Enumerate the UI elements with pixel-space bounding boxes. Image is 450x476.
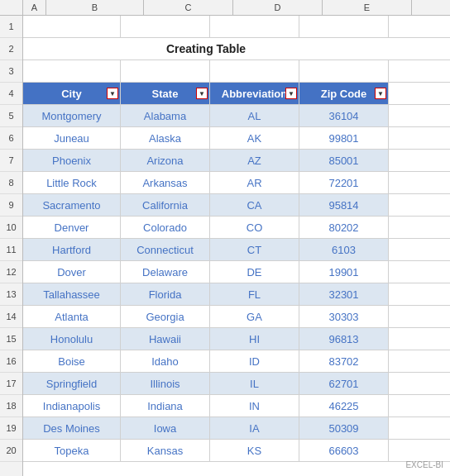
row-num-3: 3	[0, 60, 22, 83]
table-header-row: City ▼ State ▼ Abbreviation ▼ Zip Code ▼	[23, 83, 450, 105]
spreadsheet: A B C D E 1 2 3 4 5 6 7 8 9 10 11 12 13 …	[0, 0, 450, 476]
cell-zip: 95814	[299, 194, 389, 216]
row-num-12: 12	[0, 261, 22, 283]
cell-d1	[299, 16, 389, 37]
cell-zip: 72201	[299, 172, 389, 193]
cell-zip: 85001	[299, 150, 389, 171]
row-num-8: 8	[0, 172, 22, 194]
zip-dropdown-btn[interactable]: ▼	[375, 88, 386, 99]
cell-state: Kansas	[121, 440, 210, 461]
row-num-17: 17	[0, 373, 22, 395]
cell-a1	[23, 16, 121, 37]
cell-abbr: CT	[210, 239, 299, 260]
table-row: Montgomery Alabama AL 36104	[23, 105, 450, 127]
row-num-6: 6	[0, 127, 22, 150]
cell-city: Montgomery	[23, 105, 121, 126]
cell-zip: 96813	[299, 328, 389, 350]
row-num-2: 2	[0, 38, 22, 60]
state-dropdown-btn[interactable]: ▼	[196, 88, 208, 99]
cell-zip: 32301	[299, 283, 389, 305]
cell-c1	[210, 16, 299, 37]
cell-abbr: CA	[210, 194, 299, 216]
cell-state: Arizona	[121, 150, 210, 171]
cell-city: Sacramento	[23, 194, 121, 216]
table-row: Dover Delaware DE 19901	[23, 261, 450, 283]
cell-state: Indiana	[121, 395, 210, 416]
cell-zip: 83702	[299, 350, 389, 372]
cell-state: Iowa	[121, 417, 210, 439]
row-num-19: 19	[0, 417, 22, 440]
col-header-b: B	[46, 0, 144, 15]
row-num-20: 20	[0, 440, 22, 462]
cell-zip: 6103	[299, 239, 389, 260]
cell-a3	[23, 60, 121, 82]
cell-abbr: HI	[210, 328, 299, 350]
cell-city: Springfield	[23, 373, 121, 394]
cell-city: Atlanta	[23, 306, 121, 327]
table-row: Atlanta Georgia GA 30303	[23, 306, 450, 328]
cell-abbr: CO	[210, 217, 299, 238]
spreadsheet-content: Creating Table City ▼ State ▼	[23, 16, 450, 476]
cell-c3	[210, 60, 299, 82]
table-row: Springfield Illinois IL 62701	[23, 373, 450, 395]
table-row: Sacramento California CA 95814	[23, 194, 450, 217]
cell-zip: 36104	[299, 105, 389, 126]
col-header-a: A	[23, 0, 46, 15]
header-city-label: City	[61, 88, 82, 100]
city-dropdown-btn[interactable]: ▼	[107, 88, 118, 99]
header-city: City ▼	[23, 83, 121, 104]
cell-city: Dover	[23, 261, 121, 283]
row-numbers: 1 2 3 4 5 6 7 8 9 10 11 12 13 14 15 16 1…	[0, 16, 23, 476]
cell-zip: 30303	[299, 306, 389, 327]
data-rows-container: Montgomery Alabama AL 36104 Juneau Alask…	[23, 105, 450, 462]
header-abbreviation: Abbreviation ▼	[210, 83, 299, 104]
cell-zip: 19901	[299, 261, 389, 283]
cell-state: Connecticut	[121, 239, 210, 260]
row-3	[23, 60, 450, 83]
row-num-10: 10	[0, 217, 22, 239]
corner-cell	[0, 0, 23, 15]
row-num-5: 5	[0, 105, 22, 127]
cell-zip: 46225	[299, 395, 389, 416]
cell-city: Denver	[23, 217, 121, 238]
row-num-14: 14	[0, 306, 22, 328]
table-row: Tallahassee Florida FL 32301	[23, 283, 450, 306]
cell-abbr: FL	[210, 283, 299, 305]
col-header-e: E	[323, 0, 412, 15]
cell-state: Idaho	[121, 350, 210, 372]
row-num-13: 13	[0, 283, 22, 306]
cell-state: Hawaii	[121, 328, 210, 350]
row-num-1: 1	[0, 16, 22, 38]
cell-city: Phoenix	[23, 150, 121, 171]
cell-city: Hartford	[23, 239, 121, 260]
col-headers: A B C D E	[0, 0, 450, 16]
cell-city: Tallahassee	[23, 283, 121, 305]
cell-zip: 66603	[299, 440, 389, 461]
col-header-c: C	[144, 0, 233, 15]
cell-city: Des Moines	[23, 417, 121, 439]
cell-abbr: AZ	[210, 150, 299, 171]
cell-state: Alabama	[121, 105, 210, 126]
cell-d3	[299, 60, 389, 82]
abbr-dropdown-btn[interactable]: ▼	[285, 88, 297, 99]
cell-state: Delaware	[121, 261, 210, 283]
header-state: State ▼	[121, 83, 210, 104]
row-num-7: 7	[0, 150, 22, 172]
table-row: Phoenix Arizona AZ 85001	[23, 150, 450, 172]
row-2: Creating Table	[23, 38, 450, 60]
row-1	[23, 16, 450, 38]
cell-abbr: AL	[210, 105, 299, 126]
watermark: EXCEL-BI	[405, 460, 443, 469]
table-row: Denver Colorado CO 80202	[23, 217, 450, 239]
cell-state: Alaska	[121, 127, 210, 149]
cell-state: Colorado	[121, 217, 210, 238]
cell-zip: 62701	[299, 373, 389, 394]
header-zip-label: Zip Code	[321, 88, 367, 100]
table-row: Juneau Alaska AK 99801	[23, 127, 450, 150]
col-header-d: D	[233, 0, 323, 15]
header-state-label: State	[152, 88, 179, 100]
spreadsheet-title: Creating Table	[23, 42, 389, 55]
cell-abbr: AK	[210, 127, 299, 149]
table-row: Hartford Connecticut CT 6103	[23, 239, 450, 261]
row-num-16: 16	[0, 350, 22, 373]
